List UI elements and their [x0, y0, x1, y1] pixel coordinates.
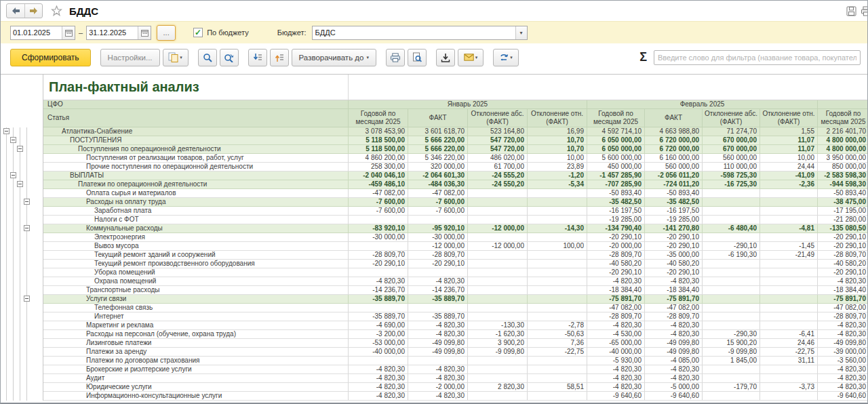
value-cell[interactable]: -20 290,10	[818, 242, 868, 251]
value-cell[interactable]: 23,89	[528, 163, 587, 171]
value-cell[interactable]: 523 164,80	[468, 127, 528, 136]
value-cell[interactable]: 3 078 453,90	[349, 127, 408, 136]
value-cell[interactable]: 5 666 220,00	[408, 136, 468, 145]
value-cell[interactable]	[760, 268, 818, 277]
value-cell[interactable]: -9 099,80	[703, 348, 760, 357]
value-cell[interactable]: -134 790,40	[587, 224, 645, 233]
value-cell[interactable]: -9 640,60	[645, 392, 703, 401]
value-cell[interactable]: -5,34	[528, 180, 587, 189]
value-cell[interactable]: 6 720 000,00	[645, 145, 703, 154]
value-cell[interactable]: -14,30	[528, 224, 587, 233]
value-cell[interactable]	[760, 312, 818, 321]
forward-button[interactable]	[24, 4, 42, 18]
quick-filter-input[interactable]	[654, 50, 861, 65]
value-cell[interactable]: 5 118 500,00	[349, 145, 408, 154]
value-cell[interactable]	[468, 304, 528, 312]
value-cell[interactable]: -4 690,00	[349, 321, 408, 330]
value-cell[interactable]: 24,44	[760, 163, 818, 171]
value-cell[interactable]	[703, 321, 760, 330]
value-cell[interactable]	[703, 207, 760, 216]
group-expander-icon[interactable]	[24, 199, 30, 205]
value-cell[interactable]: -4 820,30	[645, 321, 703, 330]
value-cell[interactable]: -4,81	[760, 224, 818, 233]
row-label[interactable]: Интернет	[43, 312, 349, 321]
column-header[interactable]: Отклонение абс. (ФАКТ)	[468, 109, 528, 127]
value-cell[interactable]	[703, 198, 760, 207]
value-cell[interactable]: 5 118 500,00	[349, 136, 408, 145]
value-cell[interactable]: -4 820,30	[408, 330, 468, 339]
value-cell[interactable]	[468, 312, 528, 321]
value-cell[interactable]: -50 893,40	[818, 189, 868, 198]
value-cell[interactable]: -3 200,00	[349, 330, 408, 339]
value-cell[interactable]: -944 598,30	[818, 180, 868, 189]
value-cell[interactable]	[349, 357, 408, 365]
row-dimension-statya[interactable]: Статья	[43, 109, 349, 127]
value-cell[interactable]: -21,49	[760, 251, 818, 260]
value-cell[interactable]	[703, 304, 760, 312]
value-cell[interactable]: -4 820,30	[587, 374, 645, 383]
value-cell[interactable]: -4 820,30	[818, 365, 868, 374]
expand-groups-button[interactable]	[270, 49, 289, 66]
value-cell[interactable]	[703, 233, 760, 242]
value-cell[interactable]: -75 891,70	[645, 295, 703, 304]
value-cell[interactable]: -4 820,30	[587, 321, 645, 330]
value-cell[interactable]	[528, 357, 587, 365]
print-preview-button[interactable]	[408, 49, 427, 66]
value-cell[interactable]: -41,09	[760, 171, 818, 180]
value-cell[interactable]: -20 290,10	[818, 268, 868, 277]
value-cell[interactable]: -95 920,10	[408, 224, 468, 233]
value-cell[interactable]: 670 000,00	[703, 136, 760, 145]
value-cell[interactable]: -3,73	[760, 383, 818, 392]
value-cell[interactable]: -75 891,70	[587, 295, 645, 304]
value-cell[interactable]: 5 346 220,00	[408, 154, 468, 163]
value-cell[interactable]: -49 099,80	[645, 339, 703, 348]
value-cell[interactable]: 670 000,00	[703, 145, 760, 154]
value-cell[interactable]	[468, 295, 528, 304]
value-cell[interactable]: -12 000,00	[408, 242, 468, 251]
value-cell[interactable]: -16 197,50	[587, 207, 645, 216]
value-cell[interactable]: -4 820,30	[587, 383, 645, 392]
row-label[interactable]: Брокерские и риэлтерские услуги	[43, 365, 349, 374]
back-button[interactable]	[7, 4, 24, 18]
row-label[interactable]: Платежи по операционной деятельности	[43, 180, 349, 189]
value-cell[interactable]: -9 640,60	[587, 392, 645, 401]
row-label[interactable]: Текущий ремонт производственного оборудо…	[43, 260, 349, 268]
value-cell[interactable]: 31,11	[760, 357, 818, 365]
row-label[interactable]: Оплата сырья и материалов	[43, 189, 349, 198]
value-cell[interactable]: -4 820,30	[818, 383, 868, 392]
value-cell[interactable]: -49 099,80	[645, 348, 703, 357]
value-cell[interactable]	[528, 216, 587, 224]
row-label[interactable]: Услуги связи	[43, 295, 349, 304]
print-button[interactable]	[386, 49, 405, 66]
group-expander-icon[interactable]	[17, 181, 23, 187]
value-cell[interactable]: -38 475,00	[818, 198, 868, 207]
value-cell[interactable]: -75 891,70	[818, 295, 868, 304]
value-cell[interactable]	[703, 268, 760, 277]
value-cell[interactable]	[468, 277, 528, 286]
value-cell[interactable]: -49 099,80	[408, 348, 468, 357]
value-cell[interactable]: -20 290,10	[408, 260, 468, 268]
value-cell[interactable]	[468, 233, 528, 242]
value-cell[interactable]: -12 000,00	[468, 242, 528, 251]
value-cell[interactable]	[528, 260, 587, 268]
row-label[interactable]: Поступления от реализации товаров, работ…	[43, 154, 349, 163]
value-cell[interactable]	[349, 304, 408, 312]
value-cell[interactable]: 1,55	[760, 127, 818, 136]
value-cell[interactable]: -28 809,70	[587, 312, 645, 321]
value-cell[interactable]: -4 820,30	[818, 321, 868, 330]
value-cell[interactable]: -47 082,00	[645, 304, 703, 312]
row-label[interactable]: ПОСТУПЛЕНИЯ	[43, 136, 349, 145]
value-cell[interactable]	[528, 392, 587, 401]
value-cell[interactable]: -28 809,70	[818, 251, 868, 260]
value-cell[interactable]: -28 809,70	[818, 312, 868, 321]
value-cell[interactable]: -4 820,30	[645, 374, 703, 383]
value-cell[interactable]: -2,36	[760, 180, 818, 189]
combobox-dropdown-icon[interactable]: ▾	[515, 26, 527, 39]
value-cell[interactable]: 6 160 000,00	[645, 154, 703, 163]
value-cell[interactable]	[468, 392, 528, 401]
value-cell[interactable]	[528, 304, 587, 312]
value-cell[interactable]: 10,00	[760, 154, 818, 163]
value-cell[interactable]: 71 274,70	[703, 127, 760, 136]
row-label[interactable]: Поступления по операционной деятельности	[43, 145, 349, 154]
value-cell[interactable]: 320 000,00	[408, 163, 468, 171]
